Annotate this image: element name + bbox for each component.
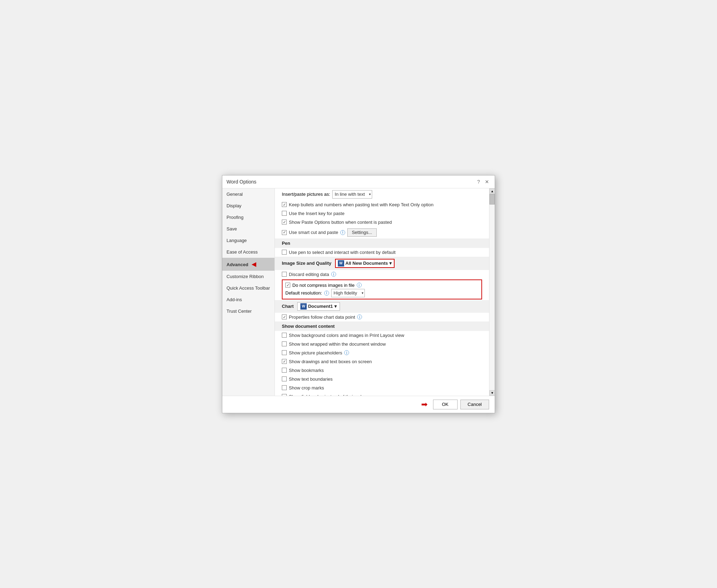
sidebar-item-display[interactable]: Display [222,200,274,212]
resolution-info-icon: i [324,291,329,296]
sidebar-item-advanced[interactable]: Advanced ◀ [222,258,274,271]
insert-paste-dropdown[interactable]: In line with text [332,190,372,199]
scrollbar-track[interactable] [489,194,495,390]
dialog-body: General Display Proofing Save Language E… [222,188,495,396]
scrollbar: ▲ ▼ [489,188,495,396]
chart-section-header: Chart W Document1 ▾ [275,300,489,313]
option-show-bg-colors: Show background colors and images in Pri… [275,331,489,340]
title-buttons: ? ✕ [475,178,490,185]
option-show-paste-options: Show Paste Options button when content i… [275,218,489,227]
show-picture-placeholders-label: Show picture placeholders [289,350,342,355]
resolution-dropdown-wrapper: High fidelity 96 ppi 150 ppi 220 ppi 330… [331,289,365,297]
show-bg-colors-checkbox[interactable] [282,333,287,338]
option-show-bookmarks: Show bookmarks [275,366,489,375]
do-not-compress-label: Do not compress images in file [292,283,355,288]
show-paste-options-checkbox[interactable] [282,220,287,224]
all-new-documents-label: All New Documents [346,261,388,266]
option-use-insert-key: Use the Insert key for paste [275,209,489,218]
discard-editing-checkbox[interactable] [282,272,287,277]
sidebar-item-trust-center[interactable]: Trust Center [222,305,274,317]
chart-dropdown-arrow-icon: ▾ [334,304,337,309]
sidebar-item-save[interactable]: Save [222,223,274,235]
show-doc-content-title: Show document content [282,324,335,329]
use-pen-checkbox[interactable] [282,250,287,255]
compress-outline-box: Do not compress images in file i Default… [282,279,482,299]
do-not-compress-checkbox[interactable] [285,283,290,288]
active-arrow-icon: ◀ [252,261,256,268]
option-keep-bullets: Keep bullets and numbers when pasting te… [275,200,489,209]
title-bar: Word Options ? ✕ [222,175,495,188]
do-not-compress-info-icon: i [357,283,362,288]
sidebar-item-general[interactable]: General [222,188,274,200]
resolution-dropdown[interactable]: High fidelity 96 ppi 150 ppi 220 ppi 330… [331,289,365,297]
use-insert-key-label: Use the Insert key for paste [289,211,344,216]
picture-placeholders-info-icon: i [344,350,349,355]
sidebar-item-ease-of-access[interactable]: Ease of Access [222,246,274,258]
scrollbar-thumb[interactable] [489,194,495,205]
show-drawings-label: Show drawings and text boxes on screen [289,359,372,364]
option-show-text-boundaries: Show text boundaries [275,375,489,383]
dialog-footer: ➡ OK Cancel [222,396,495,413]
close-button[interactable]: ✕ [483,178,490,185]
show-doc-content-section-header: Show document content [275,321,489,331]
scroll-up-button[interactable]: ▲ [489,188,495,194]
option-discard-editing: Discard editing data i [275,270,489,279]
word-options-dialog: Word Options ? ✕ General Display Proofin… [222,175,495,413]
option-show-drawings: Show drawings and text boxes on screen [275,357,489,366]
smart-cut-checkbox[interactable] [282,230,287,235]
show-text-wrapped-checkbox[interactable] [282,341,287,346]
sidebar-item-language[interactable]: Language [222,235,274,246]
option-do-not-compress: Do not compress images in file i [285,282,479,289]
show-picture-placeholders-checkbox[interactable] [282,350,287,355]
sidebar: General Display Proofing Save Language E… [222,188,275,396]
show-text-wrapped-label: Show text wrapped within the document wi… [289,341,386,347]
cancel-button[interactable]: Cancel [460,400,489,409]
insert-paste-row: Insert/paste pictures as: In line with t… [275,188,489,200]
properties-follow-info-icon: i [357,314,362,319]
show-crop-marks-label: Show crop marks [289,385,324,390]
show-paste-options-label: Show Paste Options button when content i… [289,220,392,225]
smart-cut-label: Use smart cut and paste [289,230,338,235]
option-properties-follow: Properties follow chart data point i [275,313,489,321]
resolution-row: Default resolution: i High fidelity 96 p… [285,289,479,297]
pen-section-title: Pen [282,241,290,246]
show-crop-marks-checkbox[interactable] [282,385,287,390]
properties-follow-label: Properties follow chart data point [289,314,355,320]
keep-bullets-checkbox[interactable] [282,202,287,207]
show-text-boundaries-checkbox[interactable] [282,376,287,381]
word-icon: W [338,260,344,267]
smart-cut-info-icon: i [340,230,345,235]
default-resolution-label: Default resolution: [285,290,322,296]
show-bookmarks-checkbox[interactable] [282,368,287,373]
sidebar-item-add-ins[interactable]: Add-ins [222,294,274,305]
dialog-title: Word Options [227,179,256,185]
show-bookmarks-label: Show bookmarks [289,368,324,373]
ok-arrow-icon: ➡ [421,400,427,409]
option-smart-cut: Use smart cut and paste i Settings... [275,227,489,238]
settings-button[interactable]: Settings... [347,228,377,237]
properties-follow-checkbox[interactable] [282,314,287,319]
discard-editing-label: Discard editing data [289,272,329,277]
image-size-section-header: Image Size and Quality W All New Documen… [275,257,489,270]
insert-paste-dropdown-wrapper: In line with text [332,190,372,199]
ok-button[interactable]: OK [433,400,458,409]
sidebar-item-customize-ribbon[interactable]: Customize Ribbon [222,271,274,282]
chart-word-icon: W [300,303,307,310]
show-bg-colors-label: Show background colors and images in Pri… [289,333,404,338]
sidebar-item-quick-access-toolbar[interactable]: Quick Access Toolbar [222,282,274,294]
pen-section-header: Pen [275,238,489,248]
show-text-boundaries-label: Show text boundaries [289,376,333,382]
use-insert-key-checkbox[interactable] [282,211,287,216]
option-show-picture-placeholders: Show picture placeholders i [275,348,489,357]
all-new-documents-dropdown[interactable]: W All New Documents ▾ [335,259,395,268]
sidebar-item-proofing[interactable]: Proofing [222,212,274,223]
chart-section-title: Chart [282,304,294,309]
option-show-text-wrapped: Show text wrapped within the document wi… [275,340,489,348]
image-size-section-title: Image Size and Quality [282,261,332,266]
help-button[interactable]: ? [475,178,482,185]
use-pen-label: Use pen to select and interact with cont… [289,250,396,255]
document1-label: Document1 [308,304,333,309]
show-drawings-checkbox[interactable] [282,359,287,364]
document1-dropdown[interactable]: W Document1 ▾ [297,302,340,311]
scroll-down-button[interactable]: ▼ [489,390,495,396]
